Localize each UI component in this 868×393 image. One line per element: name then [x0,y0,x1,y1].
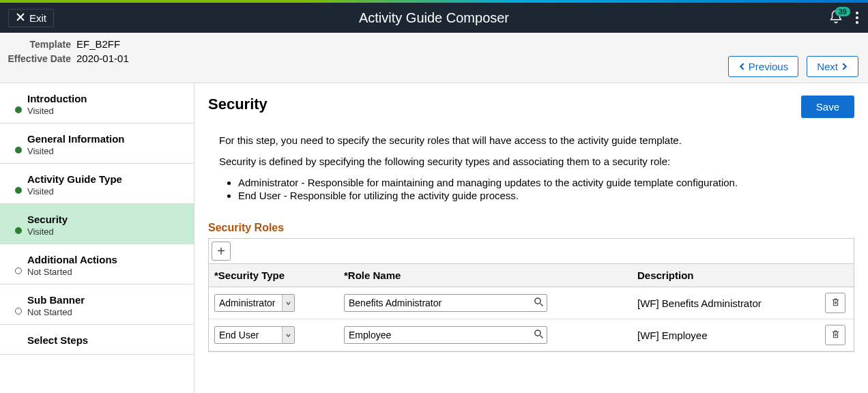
next-label: Next [817,61,838,72]
step-title: Sub Banner [27,294,183,306]
chevron-left-icon [738,61,746,72]
role-description: [WF] Employee [632,319,820,351]
step-sidebar: IntroductionVisitedGeneral InformationVi… [0,83,194,393]
status-dot-icon [15,147,22,154]
col-header-description: Description [632,264,820,287]
table-row: End User[WF] Employee [209,319,854,351]
step-title: Select Steps [27,334,183,346]
sidebar-step[interactable]: Sub BannerNot Started [0,285,194,325]
exit-button[interactable]: Exit [8,9,54,27]
app-header: Exit Activity Guide Composer 39 [0,3,868,33]
step-status: Visited [27,106,183,116]
save-button[interactable]: Save [801,96,854,118]
intro-bullet-1: Administrator - Responsible for maintain… [238,177,854,188]
security-roles-grid: + *Security Type *Role Name Description … [208,238,854,352]
status-dot-icon [15,267,22,274]
intro-bullet-2: End User - Responsible for utilizing the… [238,190,854,201]
close-icon [16,12,25,24]
svg-point-1 [534,330,540,336]
col-header-security-type: *Security Type [209,264,338,287]
step-title: Introduction [27,93,183,104]
role-name-input[interactable] [344,294,547,312]
role-description: [WF] Benefits Administrator [632,287,820,319]
lookup-button[interactable] [532,297,545,309]
sidebar-step[interactable]: IntroductionVisited [0,83,194,123]
step-title: Security [27,214,183,225]
step-status: Visited [27,186,183,196]
sidebar-step[interactable]: Activity Guide TypeVisited [0,164,194,204]
step-title: Additional Actions [27,254,183,265]
sidebar-step[interactable]: Additional ActionsNot Started [0,244,194,285]
previous-button[interactable]: Previous [728,56,798,77]
table-row: Administrator[WF] Benefits Administrator [209,287,854,319]
notifications-button[interactable]: 39 [828,10,843,27]
status-dot-icon [15,227,22,234]
col-header-role-name: *Role Name [338,264,632,287]
template-value: EF_B2FF [76,38,120,50]
status-dot-icon [15,106,22,113]
bell-icon [828,15,843,27]
intro-paragraph-1: For this step, you need to specify the s… [219,134,854,146]
intro-text: For this step, you need to specify the s… [219,134,854,201]
context-bar: Template EF_B2FF Effective Date 2020-01-… [0,33,868,83]
chevron-right-icon [841,61,848,72]
add-row-button[interactable]: + [212,242,231,261]
actions-menu-button[interactable] [853,7,861,29]
security-type-select[interactable]: Administrator [214,294,295,312]
security-type-select[interactable]: End User [214,326,295,344]
search-icon [534,297,544,309]
main-content: Security Save For this step, you need to… [194,83,868,393]
next-button[interactable]: Next [807,56,858,77]
effective-date-label: Effective Date [4,53,76,64]
sidebar-step[interactable]: SecurityVisited [0,204,194,244]
role-name-input[interactable] [344,326,547,344]
step-title: General Information [27,133,183,145]
intro-paragraph-2: Security is defined by specifying the fo… [219,156,854,167]
page-title: Security [208,96,267,113]
status-dot-icon [15,187,22,194]
delete-row-button[interactable] [825,325,845,345]
trash-icon [830,297,841,309]
sidebar-step[interactable]: General InformationVisited [0,123,194,164]
delete-row-button[interactable] [825,293,845,313]
plus-icon: + [217,244,225,258]
trash-icon [830,329,841,341]
step-status: Visited [27,227,183,237]
effective-date-value: 2020-01-01 [76,53,129,64]
search-icon [534,329,544,341]
section-title-security-roles: Security Roles [208,222,854,234]
status-dot-icon [15,308,22,315]
page-header-title: Activity Guide Composer [0,10,868,26]
step-status: Visited [27,146,183,156]
step-title: Activity Guide Type [27,173,183,185]
svg-point-0 [534,298,540,304]
lookup-button[interactable] [532,329,545,341]
exit-label: Exit [29,12,46,24]
sidebar-step[interactable]: Select Steps [0,325,194,355]
template-label: Template [4,39,76,50]
previous-label: Previous [749,61,788,72]
notification-badge: 39 [835,7,850,16]
step-status: Not Started [27,307,183,317]
step-status: Not Started [27,267,183,277]
